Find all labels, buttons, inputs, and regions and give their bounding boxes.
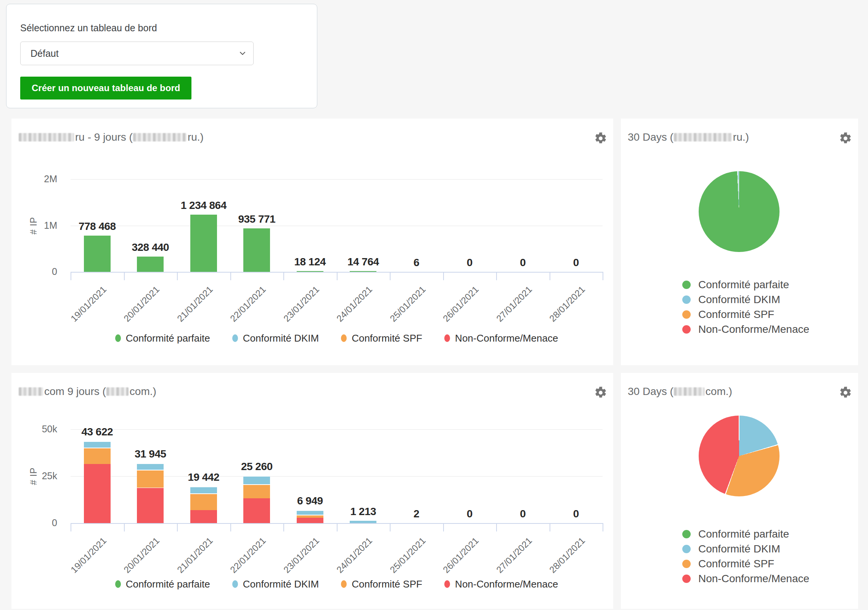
x-axis-label: 25/01/2021 — [380, 284, 428, 332]
bar-segment[interactable] — [297, 510, 323, 515]
legend-label: Conformité parfaite — [698, 528, 789, 540]
legend-item[interactable]: Non-Conforme/Menace — [444, 578, 558, 590]
dashboard-select[interactable]: Défaut — [20, 42, 254, 65]
x-axis-label: 26/01/2021 — [433, 535, 481, 583]
legend-label: Conformité DKIM — [698, 294, 780, 306]
x-axis-tick — [283, 523, 284, 531]
panel-settings-button[interactable] — [593, 132, 608, 146]
chart-legend: Conformité parfaiteConformité DKIMConfor… — [71, 332, 603, 344]
panel-title: 30 Days (com.) — [628, 385, 732, 398]
bar-segment[interactable] — [84, 441, 111, 448]
legend-item[interactable]: Non-Conforme/Menace — [444, 332, 558, 344]
legend-item[interactable]: Conformité SPF — [341, 578, 422, 590]
bar-segment[interactable] — [243, 484, 270, 498]
bar-segment[interactable] — [243, 228, 270, 272]
legend-label: Conformité SPF — [698, 308, 774, 321]
legend-label: Conformité SPF — [698, 558, 774, 570]
bar-segment[interactable] — [84, 464, 111, 523]
legend-item[interactable]: Conformité SPF — [682, 558, 774, 570]
legend-item[interactable]: Conformité parfaite — [682, 279, 789, 291]
panel-title-text: ru.) — [733, 131, 749, 143]
legend-item[interactable]: Conformité parfaite — [115, 332, 210, 344]
bar-segment[interactable] — [297, 518, 323, 523]
bar-segment[interactable] — [190, 215, 217, 272]
x-axis-label: 20/01/2021 — [114, 535, 162, 583]
bar-segment[interactable] — [297, 515, 323, 517]
x-axis-label: 19/01/2021 — [61, 535, 109, 583]
bar-segment[interactable] — [84, 448, 111, 464]
dashboard-select-value: Défaut — [31, 48, 59, 59]
bar-value-label: 0 — [534, 508, 618, 520]
legend-item[interactable]: Conformité SPF — [682, 308, 774, 321]
x-axis-label: 26/01/2021 — [433, 284, 481, 332]
bar-segment[interactable] — [297, 271, 323, 272]
panel-bar-com: com 9 jours (com.)025k50k# IP43 62219/01… — [11, 373, 613, 609]
y-axis-title: # IP — [28, 217, 39, 235]
bar-segment[interactable] — [350, 521, 376, 523]
legend-item[interactable]: Conformité DKIM — [232, 578, 319, 590]
bar-segment[interactable] — [137, 463, 164, 470]
legend-dot — [444, 580, 450, 588]
y-axis-label: 2M — [27, 173, 57, 185]
bar-segment[interactable] — [84, 236, 111, 272]
bar-segment[interactable] — [190, 493, 217, 510]
panel-settings-button[interactable] — [838, 386, 853, 400]
panel-title-text: ru.) — [188, 131, 204, 143]
legend-label: Conformité parfaite — [126, 332, 210, 344]
panel-title: com 9 jours (com.) — [18, 385, 156, 398]
legend-item[interactable]: Conformité DKIM — [232, 332, 319, 344]
dashboard-selector-card: Sélectionnez un tableau de bord Défaut C… — [6, 4, 317, 108]
legend-dot — [682, 545, 691, 553]
x-axis-tick — [124, 523, 125, 531]
bar-value-label: 43 622 — [55, 426, 139, 438]
x-axis-label: 23/01/2021 — [273, 535, 321, 583]
bar-segment[interactable] — [137, 257, 164, 272]
bar-segment[interactable] — [243, 476, 270, 484]
legend-dot — [682, 310, 691, 319]
panel-title-text: 30 Days ( — [628, 385, 674, 397]
x-axis-label: 21/01/2021 — [167, 535, 215, 583]
legend-label: Non-Conforme/Menace — [455, 332, 558, 344]
panel-bar-ru: ru - 9 jours (ru.)01M2M# IP778 46819/01/… — [11, 119, 613, 365]
x-axis-tick — [443, 272, 444, 280]
x-axis-tick — [177, 523, 178, 531]
panel-pie-ru: 30 Days (ru.)Conformité parfaiteConformi… — [621, 119, 858, 365]
x-axis-tick — [550, 272, 550, 280]
legend-item[interactable]: Conformité DKIM — [682, 294, 780, 306]
legend-dot — [115, 580, 121, 588]
legend-dot — [682, 575, 691, 583]
bar-segment[interactable] — [137, 470, 164, 488]
bar-segment[interactable] — [190, 510, 217, 523]
legend-dot — [232, 580, 238, 588]
legend-label: Non-Conforme/Menace — [455, 578, 558, 590]
x-axis-label: 20/01/2021 — [114, 284, 162, 332]
legend-label: Conformité parfaite — [698, 279, 789, 291]
legend-item[interactable]: Non-Conforme/Menace — [682, 573, 809, 585]
legend-dot — [341, 334, 347, 342]
legend-item[interactable]: Conformité DKIM — [682, 543, 780, 555]
pie-chart[interactable] — [699, 171, 780, 252]
x-axis-label: 24/01/2021 — [326, 284, 375, 332]
bar-segment[interactable] — [350, 271, 376, 272]
legend-item[interactable]: Conformité parfaite — [682, 528, 789, 540]
bar-segment[interactable] — [243, 498, 270, 523]
y-axis-label: 0 — [27, 517, 57, 528]
panel-settings-button[interactable] — [838, 132, 853, 146]
panel-settings-button[interactable] — [593, 386, 608, 400]
legend-item[interactable]: Non-Conforme/Menace — [682, 323, 809, 336]
legend-label: Conformité parfaite — [126, 578, 210, 590]
x-axis-label: 27/01/2021 — [486, 535, 534, 583]
legend-label: Conformité SPF — [352, 332, 422, 344]
bar-segment[interactable] — [137, 488, 164, 523]
selector-label: Sélectionnez un tableau de bord — [20, 22, 157, 34]
blurred-text — [19, 387, 43, 396]
legend-item[interactable]: Conformité parfaite — [115, 578, 210, 590]
bar-value-label: 1 234 864 — [162, 199, 246, 212]
legend-item[interactable]: Conformité SPF — [341, 332, 422, 344]
bar-segment[interactable] — [190, 486, 217, 493]
gear-icon — [839, 140, 852, 146]
create-dashboard-button[interactable]: Créer un nouveau tableau de bord — [20, 77, 191, 100]
pie-chart[interactable] — [699, 416, 780, 496]
bar-value-label: 935 771 — [215, 213, 299, 225]
x-axis-tick — [337, 523, 338, 531]
